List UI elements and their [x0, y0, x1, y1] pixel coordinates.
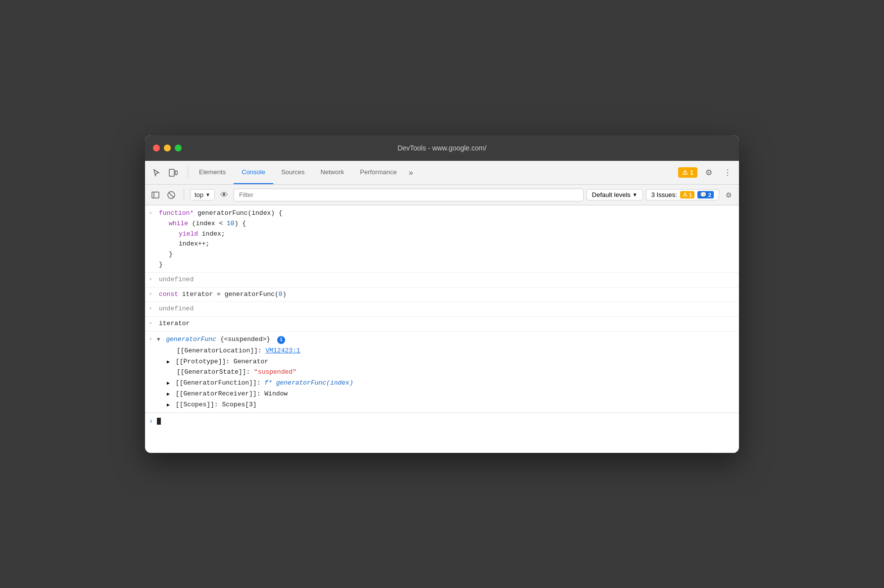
console-toolbar: top ▼ 👁 Default levels ▼ 3 Issues: ⚠ 1 💬… — [145, 185, 739, 205]
console-entry-2: ‹ undefined — [145, 273, 739, 288]
tab-network[interactable]: Network — [313, 161, 352, 184]
input-prompt-icon: › — [149, 417, 153, 425]
entry-content-5: iterator — [159, 319, 735, 329]
context-selector[interactable]: top ▼ — [190, 189, 215, 200]
collapse-arrow-6[interactable]: ▼ — [157, 337, 160, 343]
clear-console-btn[interactable] — [165, 189, 178, 201]
expand-arrow-1[interactable]: › — [149, 210, 156, 216]
main-toolbar: Elements Console Sources Network Perform… — [145, 161, 739, 185]
maximize-button[interactable] — [175, 145, 182, 151]
traffic-lights — [153, 145, 182, 151]
devtools-window: DevTools - www.google.com/ Elements — [145, 135, 739, 453]
warning-icon-small: ⚠ — [683, 192, 688, 198]
prototype-expand[interactable]: ▶ — [167, 359, 170, 365]
cursor-icon-btn[interactable] — [149, 165, 164, 180]
cursor — [157, 418, 161, 425]
sidebar-icon — [151, 192, 159, 198]
keyword-yield: yield — [179, 230, 198, 238]
keyword-function: function* — [159, 209, 194, 217]
expand-arrow-3[interactable]: › — [149, 291, 156, 297]
device-icon-btn[interactable] — [166, 165, 181, 180]
eye-icon: 👁 — [220, 191, 228, 199]
sidebar-toggle-btn[interactable] — [149, 189, 162, 201]
console-entry-3: › const iterator = generatorFunc(0) — [145, 288, 739, 302]
minimize-button[interactable] — [164, 145, 171, 151]
chevron-down-icon: ▼ — [205, 192, 210, 197]
tab-console[interactable]: Console — [234, 161, 273, 184]
toolbar-divider — [188, 167, 188, 179]
warning-badge[interactable]: ⚠ 1 — [678, 167, 697, 178]
genreceiver-expand[interactable]: ▶ — [167, 392, 170, 397]
generator-location-link[interactable]: VM12423:1 — [265, 347, 300, 354]
toolbar-icons — [149, 165, 181, 180]
console-entry-4: ‹ undefined — [145, 302, 739, 317]
tab-sources[interactable]: Sources — [273, 161, 313, 184]
filter-input[interactable] — [234, 189, 584, 201]
window-title: DevTools - www.google.com/ — [397, 144, 487, 152]
console-settings-btn[interactable]: ⚙ — [722, 189, 735, 201]
entry-content-6: ▼ generatorFunc {<suspended>} i [[Genera… — [157, 335, 735, 410]
warning-count-badge: ⚠ 1 — [680, 191, 694, 198]
keyword-while: while — [169, 220, 188, 227]
entry-content-3: const iterator = generatorFunc(0) — [159, 290, 735, 300]
output-back-arrow-6: ‹ — [149, 336, 156, 342]
console-area: › function* generatorFunc(index) { while… — [145, 205, 739, 453]
cursor-icon — [152, 169, 160, 177]
info-icon-small: 💬 — [700, 192, 707, 198]
console-entry-5: › iterator — [145, 317, 739, 332]
chevron-down-icon-levels: ▼ — [633, 192, 638, 197]
console-entry-6: ‹ ▼ generatorFunc {<suspended>} i [[Gene… — [145, 332, 739, 413]
issues-badge[interactable]: 3 Issues: ⚠ 1 💬 2 — [646, 189, 719, 200]
tab-performance[interactable]: Performance — [352, 161, 404, 184]
output-arrow-2: ‹ — [149, 276, 156, 282]
console-gear-icon: ⚙ — [726, 191, 732, 199]
more-tabs-btn[interactable]: » — [405, 161, 417, 184]
device-icon — [169, 169, 178, 177]
svg-rect-2 — [152, 192, 159, 198]
console-toolbar-divider — [184, 189, 184, 201]
tab-elements[interactable]: Elements — [191, 161, 234, 184]
title-bar: DevTools - www.google.com/ — [145, 135, 739, 161]
output-arrow-4: ‹ — [149, 305, 156, 311]
scopes-expand[interactable]: ▶ — [167, 402, 170, 408]
tab-bar: Elements Console Sources Network Perform… — [191, 161, 678, 184]
live-expressions-btn[interactable]: 👁 — [218, 189, 231, 201]
gear-icon: ⚙ — [705, 168, 712, 177]
info-count-badge: 💬 2 — [697, 191, 714, 198]
close-button[interactable] — [153, 145, 160, 151]
info-badge-6[interactable]: i — [277, 336, 285, 344]
genfunction-expand[interactable]: ▶ — [167, 381, 170, 386]
entry-content-2: undefined — [159, 275, 735, 285]
log-levels-dropdown[interactable]: Default levels ▼ — [587, 189, 643, 200]
warning-icon: ⚠ — [682, 169, 688, 176]
more-options-btn[interactable]: ⋮ — [720, 165, 735, 180]
expand-arrow-5[interactable]: › — [149, 320, 156, 326]
clear-icon — [167, 191, 175, 199]
more-options-icon: ⋮ — [724, 168, 732, 177]
svg-rect-0 — [169, 169, 174, 176]
console-input-line[interactable]: › — [145, 413, 739, 429]
settings-btn[interactable]: ⚙ — [701, 165, 716, 180]
console-entry-1: › function* generatorFunc(index) { while… — [145, 205, 739, 273]
entry-content-1: function* generatorFunc(index) { while (… — [159, 208, 735, 270]
svg-rect-1 — [175, 171, 177, 175]
svg-line-5 — [169, 193, 174, 197]
entry-content-4: undefined — [159, 304, 735, 314]
keyword-const: const — [159, 291, 178, 298]
toolbar-right: ⚠ 1 ⚙ ⋮ — [678, 165, 735, 180]
